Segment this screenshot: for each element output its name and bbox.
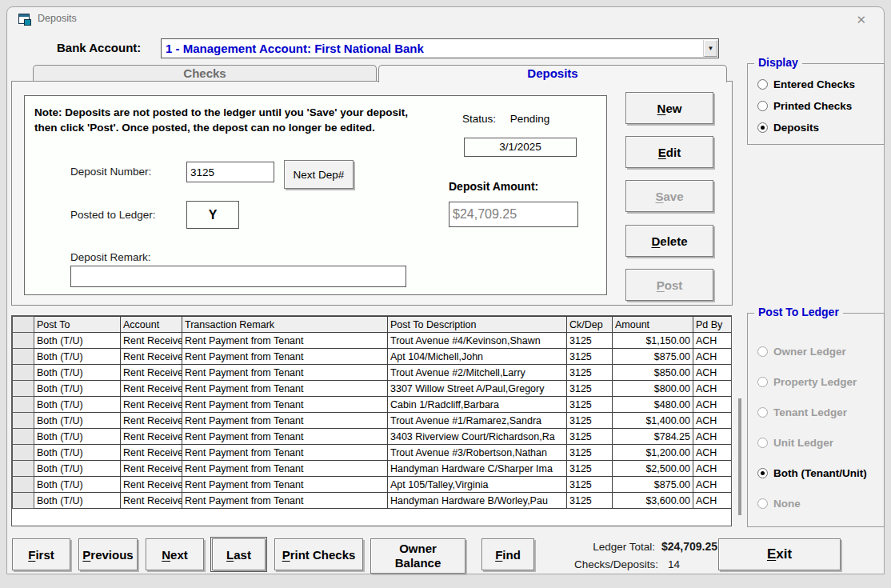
- deposit-number-input[interactable]: [186, 162, 274, 182]
- cell-amount: $875.00: [613, 349, 693, 365]
- radio-both-tenant-unit[interactable]: Both (Tenant/Unit): [757, 467, 867, 479]
- cell-post-to: Both (T/U): [34, 445, 121, 461]
- posted-to-ledger-value: Y: [186, 201, 239, 229]
- checks-deposits-value: 14: [668, 558, 680, 570]
- cell-post-to-description: 3403 Riverview Court/Richardson,Ra: [388, 429, 567, 445]
- cell-transaction-remark: Rent Payment from Tenant: [182, 493, 388, 509]
- cell-amount: $3,600.00: [613, 493, 693, 509]
- row-selector[interactable]: [13, 429, 34, 445]
- table-row[interactable]: Both (T/U)Rent ReceivedRent Payment from…: [13, 429, 733, 445]
- radio-deposits[interactable]: Deposits: [757, 122, 819, 134]
- cell-post-to-description: Trout Avenue #2/Mitchell,Larry: [388, 365, 567, 381]
- cell-ck-dep: 3125: [567, 365, 613, 381]
- row-selector[interactable]: [13, 477, 34, 493]
- last-button[interactable]: Last: [212, 538, 266, 570]
- delete-button[interactable]: Delete: [625, 225, 713, 257]
- cell-pd-by: ACH: [693, 413, 733, 429]
- deposits-tab-panel: Note: Deposits are not posted to the led…: [11, 81, 733, 306]
- cell-post-to: Both (T/U): [34, 413, 121, 429]
- cell-post-to: Both (T/U): [34, 461, 121, 477]
- radio-printed-checks[interactable]: Printed Checks: [757, 100, 852, 112]
- table-row[interactable]: Both (T/U)Rent ReceivedRent Payment from…: [13, 365, 733, 381]
- radio-icon[interactable]: [757, 122, 768, 133]
- exit-button[interactable]: Exit: [718, 538, 841, 570]
- radio-icon[interactable]: [757, 468, 768, 478]
- radio-label: Deposits: [773, 122, 819, 134]
- row-selector[interactable]: [13, 413, 34, 429]
- cell-ck-dep: 3125: [567, 445, 613, 461]
- owner-balance-button[interactable]: Owner Balance: [370, 538, 465, 574]
- cell-pd-by: ACH: [693, 429, 733, 445]
- new-button[interactable]: New: [625, 92, 713, 124]
- cell-pd-by: ACH: [693, 349, 733, 365]
- table-row[interactable]: Both (T/U)Rent ReceivedRent Payment from…: [13, 445, 733, 461]
- vertical-scrollbar-thumb[interactable]: [738, 398, 741, 515]
- row-selector[interactable]: [13, 493, 34, 509]
- cell-account: Rent Received: [121, 429, 182, 445]
- radio-icon: [757, 377, 768, 387]
- bank-account-dropdown[interactable]: 1 - Management Account: First National B…: [161, 38, 719, 58]
- radio-property-ledger: Property Ledger: [757, 376, 857, 388]
- cell-post-to: Both (T/U): [34, 349, 121, 365]
- ledger-total-value: $24,709.25: [661, 540, 717, 553]
- next-button[interactable]: Next: [146, 538, 204, 570]
- title-bar: Deposits ✕: [7, 7, 884, 31]
- cell-amount: $1,400.00: [613, 413, 693, 429]
- cell-transaction-remark: Rent Payment from Tenant: [182, 381, 388, 397]
- edit-button[interactable]: Edit: [625, 136, 713, 168]
- cell-transaction-remark: Rent Payment from Tenant: [182, 429, 388, 445]
- row-selector[interactable]: [13, 333, 34, 349]
- display-group-title: Display: [754, 56, 802, 69]
- radio-icon[interactable]: [757, 79, 768, 90]
- table-row[interactable]: Both (T/U)Rent ReceivedRent Payment from…: [13, 413, 733, 429]
- deposit-remark-input[interactable]: [70, 266, 406, 287]
- radio-entered-checks[interactable]: Entered Checks: [757, 78, 855, 90]
- row-selector[interactable]: [13, 445, 34, 461]
- cell-ck-dep: 3125: [567, 333, 613, 349]
- bank-account-label: Bank Account:: [57, 41, 141, 54]
- row-selector[interactable]: [13, 397, 34, 413]
- table-row[interactable]: Both (T/U)Rent ReceivedRent Payment from…: [13, 493, 733, 509]
- deposit-date-field[interactable]: 3/1/2025: [464, 138, 577, 157]
- cell-post-to: Both (T/U): [34, 429, 121, 445]
- radio-icon: [757, 498, 768, 509]
- cell-pd-by: ACH: [693, 461, 733, 477]
- find-button[interactable]: Find: [481, 538, 534, 570]
- radio-label: Both (Tenant/Unit): [773, 467, 867, 479]
- radio-icon[interactable]: [757, 101, 768, 111]
- tab-deposits[interactable]: Deposits: [378, 65, 727, 82]
- table-row[interactable]: Both (T/U)Rent ReceivedRent Payment from…: [13, 397, 733, 413]
- cell-transaction-remark: Rent Payment from Tenant: [182, 461, 388, 477]
- cell-pd-by: ACH: [693, 365, 733, 381]
- cell-post-to-description: Trout Avenue #1/Ramarez,Sandra: [388, 413, 567, 429]
- cell-post-to-description: Trout Avenue #3/Robertson,Nathan: [388, 445, 567, 461]
- next-dep-button[interactable]: Next Dep#: [284, 160, 354, 189]
- deposit-remark-label: Deposit Remark:: [70, 251, 151, 263]
- table-row[interactable]: Both (T/U)Rent ReceivedRent Payment from…: [13, 349, 733, 365]
- post-to-ledger-group: Post To Ledger Owner Ledger Property Led…: [747, 313, 885, 527]
- first-button[interactable]: First: [12, 538, 70, 570]
- cell-amount: $875.00: [613, 477, 693, 493]
- close-icon[interactable]: ✕: [853, 11, 869, 29]
- post-button: Post: [625, 269, 713, 301]
- bank-account-value: 1 - Management Account: First National B…: [166, 42, 424, 55]
- table-row[interactable]: Both (T/U)Rent ReceivedRent Payment from…: [13, 333, 733, 349]
- cell-account: Rent Received: [121, 381, 182, 397]
- table-row[interactable]: Both (T/U)Rent ReceivedRent Payment from…: [13, 477, 733, 493]
- cell-amount: $480.00: [613, 397, 693, 413]
- deposits-window: Deposits ✕ Bank Account: 1 - Management …: [6, 6, 885, 574]
- table-row[interactable]: Both (T/U)Rent ReceivedRent Payment from…: [13, 461, 733, 477]
- tab-checks[interactable]: Checks: [33, 65, 377, 82]
- cell-transaction-remark: Rent Payment from Tenant: [182, 413, 388, 429]
- print-checks-button[interactable]: Print Checks: [274, 538, 363, 570]
- row-selector[interactable]: [13, 349, 34, 365]
- row-selector[interactable]: [13, 461, 34, 477]
- table-row[interactable]: Both (T/U)Rent ReceivedRent Payment from…: [13, 381, 733, 397]
- row-selector[interactable]: [13, 365, 34, 381]
- radio-label: None: [773, 498, 801, 510]
- previous-button[interactable]: Previous: [78, 538, 138, 570]
- col-amount: Amount: [613, 317, 693, 333]
- chevron-down-icon[interactable]: ▼: [704, 40, 717, 57]
- cell-pd-by: ACH: [693, 445, 733, 461]
- row-selector[interactable]: [13, 381, 34, 397]
